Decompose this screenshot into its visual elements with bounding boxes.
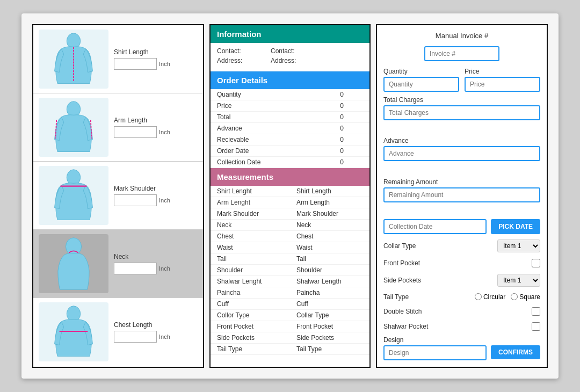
chest-length-input[interactable] — [114, 331, 157, 343]
measure-field-label: Chest — [211, 231, 290, 242]
pick-date-button[interactable]: PICK DATE — [491, 219, 540, 234]
order-field-label: Collection Date — [211, 157, 334, 168]
neck-label: Neck — [114, 253, 128, 260]
advance-input[interactable] — [383, 146, 540, 161]
measure-table-row: Side PocketsSide Pockets — [211, 332, 369, 344]
measure-field-label: Paincha — [211, 287, 290, 299]
measure-field-label: Shirt Lenght — [211, 186, 290, 197]
arm-length-figure — [49, 100, 98, 154]
tail-circular-label[interactable]: Circular — [475, 293, 505, 301]
design-input[interactable] — [383, 345, 487, 360]
measure-field-label: Tail Type — [211, 344, 290, 355]
measure-field-value: Mark Shoulder — [290, 208, 369, 220]
double-stitch-row: Double Stitch — [383, 306, 540, 317]
measure-table-row: ChestChest — [211, 231, 369, 242]
shirt-length-input[interactable] — [114, 58, 157, 70]
tail-square-radio[interactable] — [511, 293, 518, 300]
arm-length-input[interactable] — [114, 126, 157, 138]
order-field-value: 0 — [334, 157, 369, 168]
info-section: Contact: Contact: Address: Address: — [211, 43, 369, 71]
order-field-label: Price — [211, 100, 334, 112]
tail-circular-radio[interactable] — [475, 293, 482, 300]
measure-field-label: Mark Shoulder — [211, 208, 290, 220]
neck-input-row: Inch — [114, 263, 170, 274]
tail-circular-text: Circular — [483, 293, 505, 301]
neck-figure — [49, 237, 98, 291]
invoice-input[interactable] — [424, 46, 499, 61]
design-label: Design — [383, 336, 487, 344]
advance-group: Advance — [383, 137, 540, 173]
order-field-label: Advance — [211, 123, 334, 134]
measure-field-value: Front Pocket — [290, 321, 369, 332]
measure-field-value: Shoulder — [290, 265, 369, 276]
measure-table-row: CuffCuff — [211, 299, 369, 310]
measure-table-row: Mark ShoulderMark Shoulder — [211, 208, 369, 220]
chest-length-input-row: Inch — [114, 331, 170, 343]
front-pocket-checkbox[interactable] — [532, 259, 540, 267]
quantity-label: Quantity — [383, 68, 459, 75]
address-row: Address: Address: — [217, 57, 363, 64]
collar-type-select[interactable]: Item 1 — [497, 239, 540, 252]
side-pockets-select[interactable]: Item 1 — [497, 274, 540, 287]
shoulder-figure-area — [39, 166, 108, 225]
arm-length-input-row: Inch — [114, 126, 170, 138]
left-panel: Shirt Length Inch — [32, 24, 204, 368]
mark-shoulder-input[interactable] — [114, 194, 157, 206]
order-field-value: 0 — [334, 100, 369, 112]
shalwar-pocket-checkbox[interactable] — [532, 322, 540, 331]
order-field-value: 0 — [334, 89, 369, 100]
order-details-header: Order Details — [211, 71, 369, 89]
shirt-length-input-row: Inch — [114, 58, 170, 70]
price-label: Price — [465, 68, 540, 75]
measure-field-label: Cuff — [211, 299, 290, 310]
measure-field-value: Collar Type — [290, 310, 369, 321]
measure-table-row: Shirt LenghtShirt Length — [211, 186, 369, 197]
remaining-amount-input[interactable] — [383, 187, 540, 202]
measure-field-value: Tail Type — [290, 344, 369, 355]
order-table-row: Quantity0 — [211, 89, 369, 100]
neck-row: Neck Inch — [33, 230, 203, 298]
quantity-group: Quantity — [383, 68, 459, 92]
front-pocket-label: Front Pocket — [383, 259, 432, 267]
measure-field-value: Neck — [290, 220, 369, 231]
measure-field-value: Arm Length — [290, 197, 369, 208]
measure-table-row: NeckNeck — [211, 220, 369, 231]
measure-field-label: Arm Lenght — [211, 197, 290, 208]
measure-field-value: Shalwar Length — [290, 276, 369, 287]
contact-row: Contact: Contact: — [217, 47, 363, 55]
tail-square-text: Square — [519, 293, 540, 301]
total-charges-input[interactable] — [383, 105, 540, 120]
collection-date-input[interactable] — [383, 219, 487, 234]
price-group: Price — [465, 68, 540, 92]
order-field-label: Order Date — [211, 146, 334, 157]
order-table-row: Order Date0 — [211, 146, 369, 157]
measure-table-row: Front PocketFront Pocket — [211, 321, 369, 332]
measure-table-row: Shalwar LenghtShalwar Length — [211, 276, 369, 287]
order-field-label: Quantity — [211, 89, 334, 100]
measure-table-row: PainchaPaincha — [211, 287, 369, 299]
measure-field-label: Shoulder — [211, 265, 290, 276]
neck-input[interactable] — [114, 263, 157, 274]
measure-field-label: Tail — [211, 253, 290, 265]
measure-field-label: Waist — [211, 242, 290, 253]
measure-table: Shirt LenghtShirt LengthArm LenghtArm Le… — [211, 186, 369, 355]
qty-price-row: Quantity Price — [383, 68, 540, 92]
design-group: Design — [383, 336, 487, 360]
quantity-input[interactable] — [383, 77, 459, 92]
address-value1: Address: — [271, 57, 314, 64]
measure-field-label: Side Pockets — [211, 332, 290, 344]
contact-label1: Contact: — [217, 47, 260, 55]
measure-table-row: WaistWaist — [211, 242, 369, 253]
shirt-length-row: Shirt Length Inch — [33, 25, 203, 93]
order-table-row: Advance0 — [211, 123, 369, 134]
measure-table-row: ShoulderShoulder — [211, 265, 369, 276]
confirms-button[interactable]: CONFIRMS — [491, 345, 540, 359]
order-table-row: Collection Date0 — [211, 157, 369, 168]
tail-type-label: Tail Type — [383, 293, 432, 301]
measure-field-value: Side Pockets — [290, 332, 369, 344]
double-stitch-checkbox[interactable] — [532, 307, 540, 316]
tail-square-label[interactable]: Square — [511, 293, 540, 301]
collar-type-label: Collar Type — [383, 242, 432, 250]
collar-type-row: Collar Type Item 1 — [383, 238, 540, 253]
price-input[interactable] — [465, 77, 540, 92]
